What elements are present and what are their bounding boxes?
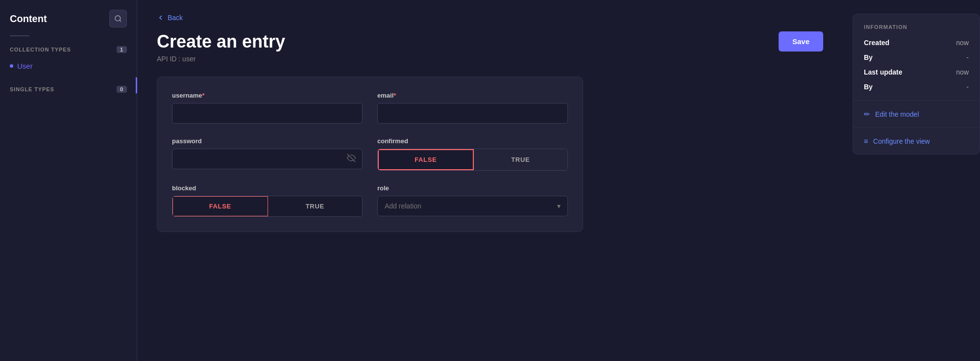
sidebar-header: Content xyxy=(0,10,137,35)
single-types-badge: 0 xyxy=(117,86,127,93)
info-row-last-update: Last update now xyxy=(864,68,969,76)
info-last-update-value: now xyxy=(956,68,969,76)
username-required: * xyxy=(202,92,204,99)
password-label: password xyxy=(172,137,363,145)
sidebar-title: Content xyxy=(10,13,47,25)
info-by-2-value: - xyxy=(966,83,969,91)
email-required: * xyxy=(393,92,396,99)
blocked-true-button[interactable]: TRUE xyxy=(268,196,363,216)
username-group: username* xyxy=(172,92,363,124)
svg-point-0 xyxy=(115,16,121,21)
edit-model-label: Edit the model xyxy=(875,110,919,118)
info-title: INFORMATION xyxy=(864,24,969,30)
role-dropdown-arrow: ▾ xyxy=(557,202,561,210)
api-id: API ID : user xyxy=(157,55,823,63)
info-created-label: Created xyxy=(864,39,889,47)
edit-icon: ✏ xyxy=(864,110,870,119)
form-row-3: blocked FALSE TRUE role Add relation ▾ xyxy=(172,184,568,217)
sidebar-item-user[interactable]: User xyxy=(0,58,137,74)
search-button[interactable] xyxy=(109,10,127,27)
confirmed-label: confirmed xyxy=(377,137,568,145)
info-by-2-label: By xyxy=(864,83,873,91)
blocked-label: blocked xyxy=(172,184,363,192)
sidebar-active-border xyxy=(136,77,137,94)
role-dropdown[interactable]: Add relation ▾ xyxy=(377,196,568,216)
sidebar-item-user-label: User xyxy=(17,62,33,70)
password-input[interactable] xyxy=(172,149,363,169)
single-types-label: SINGLE TYPES xyxy=(10,86,54,92)
form-card: username* email* password xyxy=(157,77,583,232)
username-input[interactable] xyxy=(172,103,363,124)
email-group: email* xyxy=(377,92,568,124)
save-button[interactable]: Save xyxy=(779,31,823,52)
blocked-toggle: FALSE TRUE xyxy=(172,196,363,217)
info-last-update-label: Last update xyxy=(864,68,903,76)
search-icon xyxy=(114,15,122,23)
configure-view-label: Configure the view xyxy=(873,137,930,145)
confirmed-toggle: FALSE TRUE xyxy=(377,149,568,171)
edit-model-button[interactable]: ✏ Edit the model xyxy=(853,101,980,128)
password-group: password xyxy=(172,137,363,171)
sidebar-divider xyxy=(10,35,29,36)
info-row-by-2: By - xyxy=(864,83,969,91)
info-row-created: Created now xyxy=(864,39,969,47)
configure-icon: ≡ xyxy=(864,137,868,145)
info-by-1-value: - xyxy=(966,53,969,61)
email-input[interactable] xyxy=(377,103,568,124)
collection-types-section: COLLECTION TYPES 1 xyxy=(0,46,137,53)
back-link[interactable]: Back xyxy=(157,14,823,22)
confirmed-group: confirmed FALSE TRUE xyxy=(377,137,568,171)
role-placeholder: Add relation xyxy=(385,202,421,210)
page-title: Create an entry xyxy=(157,31,823,52)
collection-types-label: COLLECTION TYPES xyxy=(10,47,71,52)
active-dot-icon xyxy=(10,64,13,68)
blocked-group: blocked FALSE TRUE xyxy=(172,184,363,217)
back-arrow-icon xyxy=(157,14,165,22)
confirmed-false-button[interactable]: FALSE xyxy=(378,149,474,170)
collection-types-badge: 1 xyxy=(117,46,127,53)
username-label: username* xyxy=(172,92,363,99)
info-card: INFORMATION Created now By - Last update… xyxy=(853,14,980,101)
info-row-by-1: By - xyxy=(864,53,969,61)
info-created-value: now xyxy=(956,39,969,47)
single-types-section: SINGLE TYPES 0 xyxy=(0,86,137,93)
back-label: Back xyxy=(168,14,183,22)
form-row-2: password confirmed FALSE TR xyxy=(172,137,568,171)
info-by-1-label: By xyxy=(864,53,873,61)
confirmed-true-button[interactable]: TRUE xyxy=(474,149,568,170)
eye-icon[interactable] xyxy=(347,154,356,164)
svg-line-1 xyxy=(120,20,121,22)
main-content: Save Back Create an entry API ID : user … xyxy=(137,0,843,361)
form-row-1: username* email* xyxy=(172,92,568,124)
right-panel: INFORMATION Created now By - Last update… xyxy=(843,0,980,361)
configure-view-button[interactable]: ≡ Configure the view xyxy=(853,128,980,155)
sidebar: Content COLLECTION TYPES 1 User SINGLE T… xyxy=(0,0,137,361)
email-label: email* xyxy=(377,92,568,99)
role-group: role Add relation ▾ xyxy=(377,184,568,217)
role-label: role xyxy=(377,184,568,192)
blocked-false-button[interactable]: FALSE xyxy=(172,196,269,217)
password-wrapper xyxy=(172,149,363,169)
